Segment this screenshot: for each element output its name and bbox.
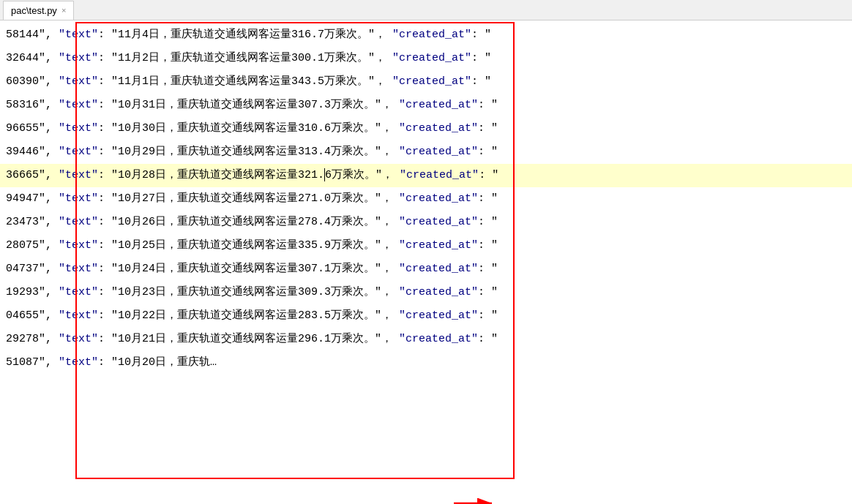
table-row: 23473″, "text": "10月26日，重庆轨道交通线网客运量278.4…	[0, 211, 852, 234]
table-row: 58144″, "text": "11月4日，重庆轨道交通线网客运量316.7万…	[0, 23, 852, 47]
tab-label: pac\test.py	[11, 5, 57, 16]
editor-area: 58144″, "text": "11月4日，重庆轨道交通线网客运量316.7万…	[0, 20, 852, 504]
line-content: 29278″, "text": "10月21日，重庆轨道交通线网客运量296.1…	[0, 328, 504, 351]
line-content: 51087″, "text": "10月20日，重庆轨…	[0, 351, 223, 375]
line-content: 58144″, "text": "11月4日，重庆轨道交通线网客运量316.7万…	[0, 23, 497, 47]
table-row: 51087″, "text": "10月20日，重庆轨…	[0, 351, 852, 375]
table-row: 96655″, "text": "10月30日，重庆轨道交通线网客运量310.6…	[0, 117, 852, 140]
line-content: 96655″, "text": "10月30日，重庆轨道交通线网客运量310.6…	[0, 117, 504, 140]
code-content: 58144″, "text": "11月4日，重庆轨道交通线网客运量316.7万…	[0, 20, 852, 377]
line-content: 32644″, "text": "11月2日，重庆轨道交通线网客运量300.1万…	[0, 47, 497, 70]
tab-bar: pac\test.py ×	[0, 0, 852, 20]
line-content: 36665″, "text": "10月28日，重庆轨道交通线网客运量321.6…	[0, 164, 504, 187]
table-row: 58316″, "text": "10月31日，重庆轨道交通线网客运量307.3…	[0, 94, 852, 117]
line-content: 23473″, "text": "10月26日，重庆轨道交通线网客运量278.4…	[0, 211, 504, 234]
table-row: 60390″, "text": "11月1日，重庆轨道交通线网客运量343.5万…	[0, 70, 852, 94]
red-arrow	[454, 492, 498, 504]
table-row: 29278″, "text": "10月21日，重庆轨道交通线网客运量296.1…	[0, 328, 852, 351]
table-row: 36665″, "text": "10月28日，重庆轨道交通线网客运量321.6…	[0, 164, 852, 187]
line-content: 04737″, "text": "10月24日，重庆轨道交通线网客运量307.1…	[0, 257, 504, 281]
line-content: 94947″, "text": "10月27日，重庆轨道交通线网客运量271.0…	[0, 187, 504, 211]
file-tab[interactable]: pac\test.py ×	[3, 1, 74, 20]
table-row: 94947″, "text": "10月27日，重庆轨道交通线网客运量271.0…	[0, 187, 852, 211]
table-row: 39446″, "text": "10月29日，重庆轨道交通线网客运量313.4…	[0, 140, 852, 164]
table-row: 28075″, "text": "10月25日，重庆轨道交通线网客运量335.9…	[0, 234, 852, 257]
table-row: 04737″, "text": "10月24日，重庆轨道交通线网客运量307.1…	[0, 257, 852, 281]
table-row: 04655″, "text": "10月22日，重庆轨道交通线网客运量283.5…	[0, 304, 852, 328]
tab-close-icon[interactable]: ×	[61, 6, 66, 15]
line-content: 58316″, "text": "10月31日，重庆轨道交通线网客运量307.3…	[0, 94, 504, 117]
line-content: 60390″, "text": "11月1日，重庆轨道交通线网客运量343.5万…	[0, 70, 497, 94]
table-row: 32644″, "text": "11月2日，重庆轨道交通线网客运量300.1万…	[0, 47, 852, 70]
line-content: 28075″, "text": "10月25日，重庆轨道交通线网客运量335.9…	[0, 234, 504, 257]
line-content: 39446″, "text": "10月29日，重庆轨道交通线网客运量313.4…	[0, 140, 504, 164]
line-content: 19293″, "text": "10月23日，重庆轨道交通线网客运量309.3…	[0, 281, 504, 304]
line-content: 04655″, "text": "10月22日，重庆轨道交通线网客运量283.5…	[0, 304, 504, 328]
table-row: 19293″, "text": "10月23日，重庆轨道交通线网客运量309.3…	[0, 281, 852, 304]
